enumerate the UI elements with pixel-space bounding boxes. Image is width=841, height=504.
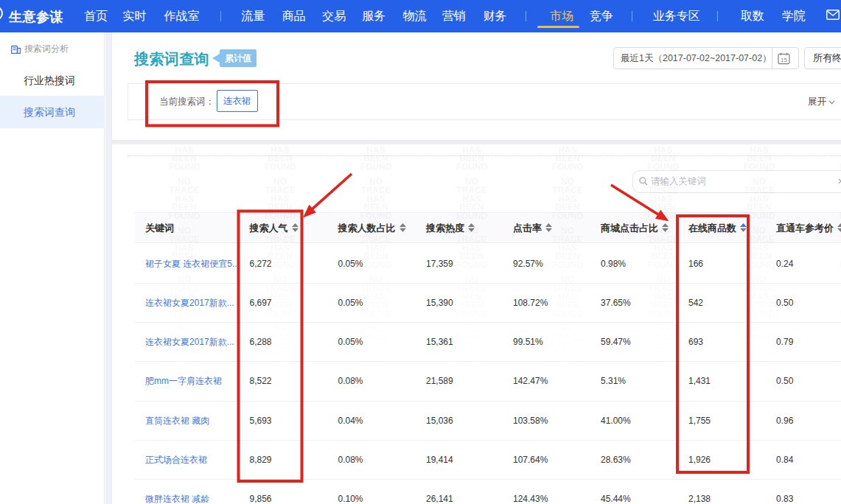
svg-text:15: 15 <box>781 57 787 63</box>
